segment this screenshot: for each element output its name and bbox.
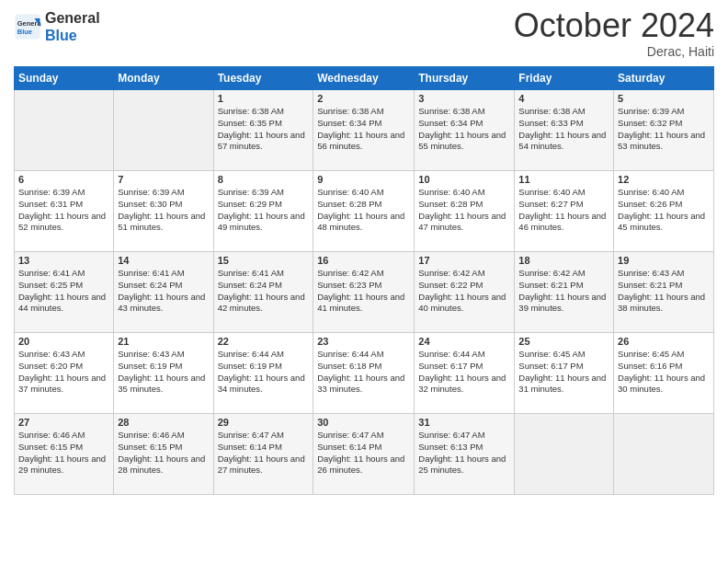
day-info: Sunrise: 6:39 AMSunset: 6:30 PMDaylight:… <box>118 187 209 234</box>
calendar-cell: 15Sunrise: 6:41 AMSunset: 6:24 PMDayligh… <box>213 252 313 333</box>
calendar-cell: 11Sunrise: 6:40 AMSunset: 6:27 PMDayligh… <box>515 171 614 252</box>
weekday-header-sunday: Sunday <box>15 67 114 90</box>
logo-icon: General Blue <box>14 13 41 40</box>
day-number: 11 <box>518 174 609 185</box>
weekday-header-row: SundayMondayTuesdayWednesdayThursdayFrid… <box>15 67 714 90</box>
day-info: Sunrise: 6:43 AMSunset: 6:20 PMDaylight:… <box>18 349 109 396</box>
location: Derac, Haiti <box>514 44 714 59</box>
day-number: 1 <box>218 93 310 104</box>
calendar-cell: 17Sunrise: 6:42 AMSunset: 6:22 PMDayligh… <box>415 252 515 333</box>
calendar-cell: 28Sunrise: 6:46 AMSunset: 6:15 PMDayligh… <box>114 414 213 495</box>
day-info: Sunrise: 6:38 AMSunset: 6:35 PMDaylight:… <box>218 106 310 153</box>
day-number: 15 <box>218 255 310 266</box>
calendar-cell: 13Sunrise: 6:41 AMSunset: 6:25 PMDayligh… <box>15 252 114 333</box>
day-number: 28 <box>118 417 209 428</box>
day-number: 18 <box>518 255 609 266</box>
day-number: 27 <box>18 417 109 428</box>
calendar-cell: 5Sunrise: 6:39 AMSunset: 6:32 PMDaylight… <box>614 90 714 171</box>
calendar-cell <box>114 90 213 171</box>
calendar-cell: 2Sunrise: 6:38 AMSunset: 6:34 PMDaylight… <box>313 90 415 171</box>
calendar-cell: 12Sunrise: 6:40 AMSunset: 6:26 PMDayligh… <box>614 171 714 252</box>
calendar-cell: 9Sunrise: 6:40 AMSunset: 6:28 PMDaylight… <box>313 171 415 252</box>
day-info: Sunrise: 6:40 AMSunset: 6:28 PMDaylight:… <box>418 187 510 234</box>
day-number: 22 <box>218 336 310 347</box>
day-info: Sunrise: 6:46 AMSunset: 6:15 PMDaylight:… <box>18 430 109 477</box>
calendar-cell <box>15 90 114 171</box>
month-title: October 2024 <box>514 9 714 42</box>
week-row-5: 27Sunrise: 6:46 AMSunset: 6:15 PMDayligh… <box>15 414 714 495</box>
calendar-cell: 31Sunrise: 6:47 AMSunset: 6:13 PMDayligh… <box>415 414 515 495</box>
day-number: 3 <box>418 93 510 104</box>
svg-text:Blue: Blue <box>17 28 32 36</box>
day-number: 4 <box>518 93 609 104</box>
day-number: 21 <box>118 336 209 347</box>
day-number: 6 <box>18 174 109 185</box>
day-info: Sunrise: 6:42 AMSunset: 6:21 PMDaylight:… <box>518 268 609 315</box>
weekday-header-thursday: Thursday <box>415 67 515 90</box>
title-block: October 2024 Derac, Haiti <box>514 9 714 59</box>
day-number: 25 <box>518 336 609 347</box>
weekday-header-tuesday: Tuesday <box>213 67 313 90</box>
calendar-cell: 10Sunrise: 6:40 AMSunset: 6:28 PMDayligh… <box>415 171 515 252</box>
calendar: SundayMondayTuesdayWednesdayThursdayFrid… <box>14 66 714 495</box>
day-info: Sunrise: 6:47 AMSunset: 6:14 PMDaylight:… <box>317 430 410 477</box>
weekday-header-friday: Friday <box>515 67 614 90</box>
page: General Blue General Blue October 2024 D… <box>0 0 728 563</box>
day-info: Sunrise: 6:38 AMSunset: 6:34 PMDaylight:… <box>317 106 410 153</box>
calendar-cell: 20Sunrise: 6:43 AMSunset: 6:20 PMDayligh… <box>15 333 114 414</box>
week-row-3: 13Sunrise: 6:41 AMSunset: 6:25 PMDayligh… <box>15 252 714 333</box>
day-info: Sunrise: 6:45 AMSunset: 6:17 PMDaylight:… <box>518 349 609 396</box>
day-number: 19 <box>618 255 710 266</box>
day-info: Sunrise: 6:39 AMSunset: 6:31 PMDaylight:… <box>18 187 109 234</box>
week-row-1: 1Sunrise: 6:38 AMSunset: 6:35 PMDaylight… <box>15 90 714 171</box>
week-row-4: 20Sunrise: 6:43 AMSunset: 6:20 PMDayligh… <box>15 333 714 414</box>
calendar-cell: 30Sunrise: 6:47 AMSunset: 6:14 PMDayligh… <box>313 414 415 495</box>
calendar-cell: 18Sunrise: 6:42 AMSunset: 6:21 PMDayligh… <box>515 252 614 333</box>
day-info: Sunrise: 6:44 AMSunset: 6:17 PMDaylight:… <box>418 349 510 396</box>
day-info: Sunrise: 6:41 AMSunset: 6:24 PMDaylight:… <box>218 268 310 315</box>
day-info: Sunrise: 6:41 AMSunset: 6:24 PMDaylight:… <box>118 268 209 315</box>
calendar-cell: 3Sunrise: 6:38 AMSunset: 6:34 PMDaylight… <box>415 90 515 171</box>
day-number: 23 <box>317 336 410 347</box>
day-info: Sunrise: 6:43 AMSunset: 6:19 PMDaylight:… <box>118 349 209 396</box>
calendar-cell: 1Sunrise: 6:38 AMSunset: 6:35 PMDaylight… <box>213 90 313 171</box>
header: General Blue General Blue October 2024 D… <box>14 9 714 59</box>
day-info: Sunrise: 6:47 AMSunset: 6:14 PMDaylight:… <box>218 430 310 477</box>
day-info: Sunrise: 6:40 AMSunset: 6:26 PMDaylight:… <box>618 187 710 234</box>
day-info: Sunrise: 6:44 AMSunset: 6:18 PMDaylight:… <box>317 349 410 396</box>
calendar-cell: 7Sunrise: 6:39 AMSunset: 6:30 PMDaylight… <box>114 171 213 252</box>
day-info: Sunrise: 6:40 AMSunset: 6:27 PMDaylight:… <box>518 187 609 234</box>
day-info: Sunrise: 6:47 AMSunset: 6:13 PMDaylight:… <box>418 430 510 477</box>
day-info: Sunrise: 6:41 AMSunset: 6:25 PMDaylight:… <box>18 268 109 315</box>
weekday-header-wednesday: Wednesday <box>313 67 415 90</box>
calendar-cell: 26Sunrise: 6:45 AMSunset: 6:16 PMDayligh… <box>614 333 714 414</box>
day-info: Sunrise: 6:46 AMSunset: 6:15 PMDaylight:… <box>118 430 209 477</box>
week-row-2: 6Sunrise: 6:39 AMSunset: 6:31 PMDaylight… <box>15 171 714 252</box>
day-info: Sunrise: 6:38 AMSunset: 6:34 PMDaylight:… <box>418 106 510 153</box>
calendar-cell: 14Sunrise: 6:41 AMSunset: 6:24 PMDayligh… <box>114 252 213 333</box>
weekday-header-monday: Monday <box>114 67 213 90</box>
day-number: 16 <box>317 255 410 266</box>
day-number: 10 <box>418 174 510 185</box>
calendar-cell: 23Sunrise: 6:44 AMSunset: 6:18 PMDayligh… <box>313 333 415 414</box>
day-number: 17 <box>418 255 510 266</box>
day-number: 30 <box>317 417 410 428</box>
day-number: 29 <box>218 417 310 428</box>
logo-line2: Blue <box>45 27 100 44</box>
day-info: Sunrise: 6:43 AMSunset: 6:21 PMDaylight:… <box>618 268 710 315</box>
calendar-cell <box>515 414 614 495</box>
day-number: 26 <box>618 336 710 347</box>
day-info: Sunrise: 6:39 AMSunset: 6:32 PMDaylight:… <box>618 106 710 153</box>
calendar-cell: 29Sunrise: 6:47 AMSunset: 6:14 PMDayligh… <box>213 414 313 495</box>
weekday-header-saturday: Saturday <box>614 67 714 90</box>
day-number: 2 <box>317 93 410 104</box>
calendar-cell: 27Sunrise: 6:46 AMSunset: 6:15 PMDayligh… <box>15 414 114 495</box>
day-number: 7 <box>118 174 209 185</box>
day-number: 9 <box>317 174 410 185</box>
day-info: Sunrise: 6:45 AMSunset: 6:16 PMDaylight:… <box>618 349 710 396</box>
day-info: Sunrise: 6:44 AMSunset: 6:19 PMDaylight:… <box>218 349 310 396</box>
calendar-cell: 8Sunrise: 6:39 AMSunset: 6:29 PMDaylight… <box>213 171 313 252</box>
calendar-cell: 21Sunrise: 6:43 AMSunset: 6:19 PMDayligh… <box>114 333 213 414</box>
calendar-cell: 6Sunrise: 6:39 AMSunset: 6:31 PMDaylight… <box>15 171 114 252</box>
day-number: 13 <box>18 255 109 266</box>
